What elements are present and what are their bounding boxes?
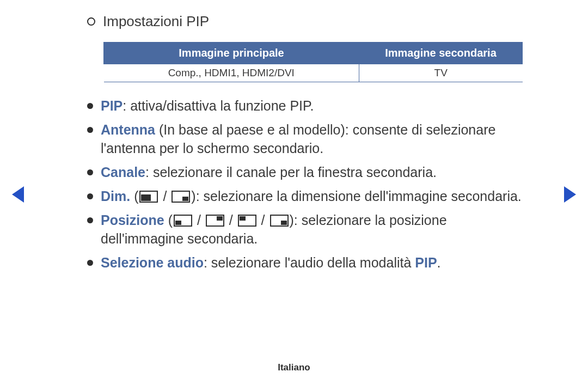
paren-open: (	[164, 212, 173, 228]
bullet-icon	[87, 193, 93, 199]
bullet-icon	[87, 127, 93, 133]
separator: /	[159, 188, 170, 204]
manual-page: Impostazioni PIP Immagine principale Imm…	[0, 0, 588, 384]
table-header-main: Immagine principale	[104, 42, 359, 64]
pip-pos-top-right-icon	[206, 215, 224, 227]
list-item-antenna: Antenna (In base al paese e al modello):…	[87, 120, 523, 157]
pip-pos-bottom-right-icon	[270, 215, 289, 227]
keyword-posizione: Posizione	[101, 212, 164, 228]
bullet-icon	[87, 169, 93, 175]
bullet-icon	[87, 260, 93, 266]
keyword-dim: Dim.	[101, 188, 130, 204]
list-item-canale: Canale: selezionare il canale per la fin…	[87, 163, 523, 181]
pip-size-small-icon	[171, 191, 190, 203]
keyword-pip: PIP	[101, 98, 122, 113]
page-footer-language: Italiano	[0, 362, 588, 373]
list-item-posizione: Posizione ( / / / ): selezionare la posi…	[87, 211, 523, 248]
list-item-dim: Dim. ( / ): selezionare la dimensione de…	[87, 187, 523, 205]
item-text: Antenna (In base al paese e al modello):…	[101, 120, 523, 157]
keyword-antenna: Antenna	[101, 122, 155, 137]
desc-text: (In base al paese e al modello): consent…	[101, 122, 495, 156]
keyword-pip-inline: PIP	[415, 255, 437, 270]
table-header-sub: Immagine secondaria	[359, 42, 523, 64]
desc-text: : selezionare l'audio della modalità	[204, 255, 415, 270]
section-title-row: Impostazioni PIP	[87, 13, 523, 30]
table-header-row: Immagine principale Immagine secondaria	[104, 42, 523, 64]
list-item-pip: PIP: attiva/disattiva la funzione PIP.	[87, 96, 523, 115]
separator: /	[258, 212, 269, 228]
bullet-icon	[87, 217, 93, 223]
list-item-audio: Selezione audio: selezionare l'audio del…	[87, 253, 523, 272]
item-text: Posizione ( / / / ): selezionare la posi…	[101, 211, 523, 248]
item-text: Canale: selezionare il canale per la fin…	[101, 163, 523, 181]
pip-pos-top-left-icon	[238, 215, 256, 227]
table-cell-main: Comp., HDMI1, HDMI2/DVI	[104, 64, 359, 82]
pip-pos-bottom-left-icon	[174, 215, 192, 227]
paren-open: (	[130, 188, 138, 204]
desc-text: : selezionare il canale per la finestra …	[145, 164, 437, 180]
item-text: Dim. ( / ): selezionare la dimensione de…	[101, 187, 523, 205]
item-text: Selezione audio: selezionare l'audio del…	[101, 253, 523, 272]
hollow-bullet-icon	[87, 17, 95, 26]
bullet-icon	[87, 103, 93, 109]
separator: /	[225, 212, 237, 228]
settings-list: PIP: attiva/disattiva la funzione PIP. A…	[87, 96, 523, 272]
prev-page-arrow[interactable]	[12, 186, 24, 203]
section-title: Impostazioni PIP	[103, 13, 209, 30]
table-row: Comp., HDMI1, HDMI2/DVI TV	[104, 64, 523, 82]
table-cell-sub: TV	[359, 64, 523, 82]
keyword-canale: Canale	[101, 164, 145, 180]
desc-text: : attiva/disattiva la funzione PIP.	[122, 98, 314, 113]
next-page-arrow[interactable]	[564, 186, 576, 203]
item-text: PIP: attiva/disattiva la funzione PIP.	[101, 96, 523, 115]
keyword-audio: Selezione audio	[101, 255, 204, 270]
pip-size-large-icon	[139, 191, 158, 203]
desc-tail: .	[437, 255, 441, 270]
pip-sources-table: Immagine principale Immagine secondaria …	[103, 42, 523, 82]
separator: /	[193, 212, 205, 228]
desc-text: ): selezionare la dimensione dell'immagi…	[191, 188, 521, 204]
